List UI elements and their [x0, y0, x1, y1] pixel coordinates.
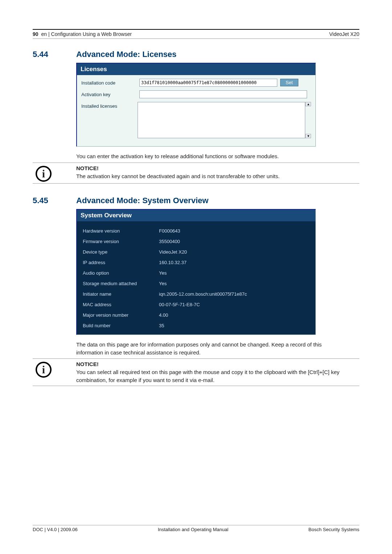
installation-code-input[interactable]: [139, 79, 277, 87]
scroll-down-icon[interactable]: ▾: [305, 134, 311, 138]
scroll-up-icon[interactable]: ▴: [305, 102, 311, 106]
system-row: Firmware version35500400: [83, 236, 310, 247]
system-row: Initiator nameiqn.2005-12.com.bosch:unit…: [83, 289, 310, 299]
licenses-panel-title: Licenses: [77, 63, 315, 75]
notice-heading: NOTICE!: [76, 164, 359, 172]
system-row-value: 160.10.32.37: [159, 260, 187, 265]
section-number: 5.45: [33, 196, 76, 205]
page-footer: DOC | V4.0 | 2009.06 Installation and Op…: [33, 525, 359, 532]
system-row: IP address160.10.32.37: [83, 257, 310, 268]
installation-code-label: Installation code: [81, 79, 139, 86]
notice-heading: NOTICE!: [76, 360, 359, 368]
system-row-label: Major version number: [83, 312, 159, 318]
notice-body: You can select all required text on this…: [76, 368, 359, 384]
footer-left: DOC | V4.0 | 2009.06: [33, 527, 78, 532]
system-row-label: Build number: [83, 323, 159, 328]
system-overview-panel-title: System Overview: [77, 210, 315, 221]
set-button[interactable]: Set: [280, 79, 298, 86]
product-name: VideoJet X20: [329, 31, 359, 37]
footer-right: Bosch Security Systems: [309, 527, 359, 532]
notice-system-overview: i NOTICE! You can select all required te…: [33, 358, 359, 386]
system-row-label: Audio option: [83, 270, 159, 276]
system-row-label: Initiator name: [83, 291, 159, 297]
system-row-value: 4.00: [159, 312, 168, 318]
system-row-value: 00-07-5F-71-E8-7C: [159, 302, 200, 307]
system-row: Major version number4.00: [83, 310, 310, 320]
header-top-rule: [33, 29, 359, 30]
licenses-panel: Licenses Installation code Set Activatio…: [76, 63, 316, 147]
system-row-label: Firmware version: [83, 239, 159, 244]
page-header: 90 en | Configuration Using a Web Browse…: [33, 31, 359, 38]
installed-licenses-label: Installed licenses: [81, 102, 138, 109]
system-row-value: Yes: [159, 270, 167, 276]
notice-licenses: i NOTICE! The activation key cannot be d…: [33, 163, 359, 184]
licenses-body-text: You can enter the activation key to rele…: [76, 152, 345, 160]
system-overview-body: Hardware versionF0000643Firmware version…: [77, 221, 315, 335]
system-row-value: iqn.2005-12.com.bosch:unit00075f71e87c: [159, 291, 247, 297]
system-row-value: Yes: [159, 281, 167, 286]
info-icon: i: [36, 166, 52, 182]
breadcrumb: en | Configuration Using a Web Browser: [41, 31, 132, 37]
system-row-label: Hardware version: [83, 228, 159, 234]
section-title: Advanced Mode: Licenses: [76, 50, 176, 59]
system-row: Audio optionYes: [83, 268, 310, 278]
system-row-value: 35500400: [159, 239, 180, 244]
installation-code-row: Installation code Set: [81, 79, 311, 87]
system-row: Build number35: [83, 320, 310, 331]
notice-body: The activation key cannot be deactivated…: [76, 172, 359, 180]
system-row-label: Storage medium attached: [83, 281, 159, 286]
system-row-value: F0000643: [159, 228, 180, 234]
system-row-label: Device type: [83, 249, 159, 255]
header-under-rule: [33, 38, 359, 39]
section-number: 5.44: [33, 50, 76, 59]
section-title: Advanced Mode: System Overview: [76, 196, 208, 205]
installed-licenses-row: Installed licenses ▴ ▾: [81, 102, 311, 138]
system-row: Device typeVideoJet X20: [83, 247, 310, 257]
system-overview-body-text: The data on this page are for informatio…: [76, 341, 345, 357]
page-number: 90: [33, 31, 38, 37]
installed-licenses-textarea[interactable]: [138, 102, 305, 138]
activation-key-row: Activation key: [81, 90, 311, 98]
system-overview-panel: System Overview Hardware versionF0000643…: [76, 209, 316, 335]
system-row-label: MAC address: [83, 302, 159, 307]
footer-center: Installation and Operating Manual: [158, 527, 228, 532]
system-row-value: 35: [159, 323, 164, 328]
activation-key-label: Activation key: [81, 90, 139, 97]
system-row-value: VideoJet X20: [159, 249, 187, 255]
section-heading-system-overview: 5.45 Advanced Mode: System Overview: [33, 196, 359, 205]
system-row: MAC address00-07-5F-71-E8-7C: [83, 299, 310, 310]
system-row: Storage medium attachedYes: [83, 278, 310, 289]
section-heading-licenses: 5.44 Advanced Mode: Licenses: [33, 50, 359, 59]
activation-key-input[interactable]: [139, 90, 307, 98]
system-row: Hardware versionF0000643: [83, 226, 310, 236]
info-icon: i: [36, 362, 52, 378]
system-row-label: IP address: [83, 260, 159, 265]
